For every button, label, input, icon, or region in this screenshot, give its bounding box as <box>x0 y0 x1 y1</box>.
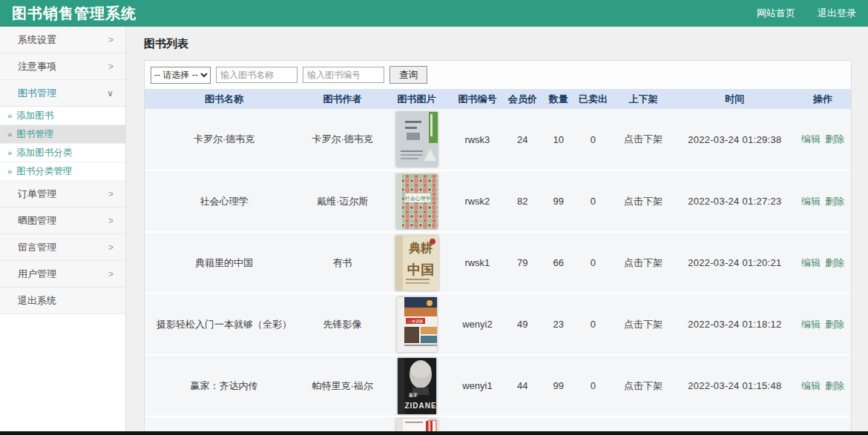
table-row: 典籍里的中国 有书 典耕 中国 <box>145 232 851 293</box>
double-angle-icon: » <box>7 111 12 120</box>
book-code-input[interactable] <box>303 67 384 83</box>
quantity-cell: 10 <box>542 109 575 170</box>
category-select[interactable]: -- 请选择 -- <box>151 67 211 84</box>
chevron-right-icon: > <box>108 216 114 226</box>
chevron-right-icon: > <box>108 269 114 279</box>
menu-label: 订单管理 <box>18 187 56 201</box>
book-cover-image: 一本就够 <box>397 297 437 352</box>
nav-home-link[interactable]: 网站首页 <box>757 7 795 20</box>
menu-label: 退出系统 <box>18 294 56 308</box>
menu-label: 留言管理 <box>18 241 56 254</box>
delete-link[interactable]: 删除 <box>825 319 844 330</box>
table-header-row: 图书名称 图书作者 图书图片 图书编号 会员价 数量 已卖出 上下架 时间 操作 <box>145 89 851 109</box>
edit-link[interactable]: 编辑 <box>801 133 821 145</box>
shelf-toggle-link[interactable]: 点击下架 <box>624 257 662 268</box>
col-book-code: 图书编号 <box>452 89 503 109</box>
quantity-cell: 99 <box>542 355 575 416</box>
col-member-price: 会员价 <box>503 89 542 109</box>
sidebar-item-message-management[interactable]: 留言管理 > <box>0 234 125 261</box>
delete-link[interactable]: 删除 <box>825 380 844 391</box>
sold-cell: 0 <box>575 232 612 293</box>
book-image-cell: 一本就够 <box>381 293 452 355</box>
chevron-right-icon: > <box>108 189 114 199</box>
book-cover-image: 赢家 ZIDANE <box>398 358 436 414</box>
sidebar-item-user-management[interactable]: 用户管理 > <box>0 261 125 288</box>
member-price-cell: 79 <box>503 232 542 293</box>
quantity-cell: 23 <box>542 293 575 355</box>
submenu-label: 图书分类管理 <box>16 165 72 178</box>
sold-cell: 0 <box>575 170 612 232</box>
book-image-cell: 社会心理学 <box>381 170 452 232</box>
menu-label: 系统设置 <box>18 33 56 47</box>
sidebar-item-notes[interactable]: 注意事项 > <box>0 53 125 80</box>
delete-link[interactable]: 删除 <box>825 196 844 207</box>
sold-cell: 0 <box>575 293 612 355</box>
shelf-toggle-link[interactable]: 点击下架 <box>624 133 662 145</box>
svg-text:赢家: 赢家 <box>409 392 418 398</box>
sidebar-item-exit-system[interactable]: 退出系统 <box>0 288 125 314</box>
svg-text:中国: 中国 <box>407 262 434 277</box>
time-cell: 2022-03-24 01:27:23 <box>675 170 795 232</box>
book-cover-image: 社会心理学 <box>396 174 438 229</box>
sold-cell: 0 <box>575 109 612 170</box>
sidebar-subitem-add-book[interactable]: » 添加图书 <box>0 107 125 125</box>
member-price-cell: 24 <box>503 109 542 170</box>
main-content: 图书列表 -- 请选择 -- 查询 图书名称 <box>126 27 868 431</box>
sidebar: 系统设置 > 注意事项 > 图书管理 ∨ » 添加图书 » 图书管理 » 添加图… <box>0 27 126 431</box>
svg-text:典耕: 典耕 <box>409 242 433 254</box>
shelf-toggle-link[interactable]: 点击下架 <box>624 380 662 391</box>
double-angle-icon: » <box>7 167 12 176</box>
sidebar-subitem-category-management[interactable]: » 图书分类管理 <box>0 162 125 181</box>
book-author-cell: 先锋影像 <box>303 293 381 355</box>
chevron-right-icon: > <box>108 35 114 45</box>
time-cell: 2022-03-24 01:20:21 <box>675 232 795 293</box>
table-row <box>145 416 851 431</box>
book-image-cell <box>381 109 452 170</box>
sidebar-subitem-book-list[interactable]: » 图书管理 <box>0 125 125 144</box>
book-author-cell: 帕特里克·福尔 <box>303 355 381 416</box>
search-button[interactable]: 查询 <box>389 66 427 84</box>
double-angle-icon: » <box>7 130 12 139</box>
edit-link[interactable]: 编辑 <box>801 380 821 391</box>
sidebar-item-book-management[interactable]: 图书管理 ∨ <box>0 80 125 107</box>
col-sold: 已卖出 <box>575 89 612 109</box>
book-name-input[interactable] <box>216 67 297 83</box>
shelf-toggle-link[interactable]: 点击下架 <box>624 319 662 330</box>
delete-link[interactable]: 删除 <box>825 133 844 145</box>
sidebar-item-system-settings[interactable]: 系统设置 > <box>0 27 125 53</box>
book-code-cell: rwsk3 <box>452 109 503 170</box>
chevron-right-icon: > <box>108 62 114 72</box>
col-operations: 操作 <box>795 89 851 109</box>
edit-link[interactable]: 编辑 <box>801 257 821 268</box>
search-bar: -- 请选择 -- 查询 <box>145 61 851 89</box>
svg-text:一本就够: 一本就够 <box>408 319 423 323</box>
sidebar-subitem-add-category[interactable]: » 添加图书分类 <box>0 144 125 162</box>
submenu-label: 添加图书分类 <box>16 147 72 159</box>
edit-link[interactable]: 编辑 <box>801 319 821 330</box>
menu-label: 晒图管理 <box>18 214 56 228</box>
menu-label: 用户管理 <box>18 268 56 281</box>
edit-link[interactable]: 编辑 <box>801 196 821 207</box>
double-angle-icon: » <box>7 148 12 157</box>
sidebar-item-order-management[interactable]: 订单管理 > <box>0 181 125 207</box>
book-code-cell: rwsk2 <box>452 170 503 232</box>
shelf-toggle-link[interactable]: 点击下架 <box>624 196 662 207</box>
book-author-cell: 卡罗尔·德韦克 <box>303 109 381 170</box>
book-name-cell: 典籍里的中国 <box>145 232 303 293</box>
delete-link[interactable]: 删除 <box>825 257 844 268</box>
book-author-cell: 戴维·迈尔斯 <box>303 170 381 232</box>
sidebar-item-photo-management[interactable]: 晒图管理 > <box>0 207 125 234</box>
col-shelf-status: 上下架 <box>611 89 675 109</box>
member-price-cell: 49 <box>503 293 542 355</box>
menu-label: 图书管理 <box>18 87 56 100</box>
nav-logout-link[interactable]: 退出登录 <box>818 7 856 20</box>
book-author-cell <box>303 416 381 431</box>
book-cover-image: 典耕 中国 <box>395 236 438 290</box>
col-book-image: 图书图片 <box>381 89 452 109</box>
book-list-panel: -- 请选择 -- 查询 图书名称 图书作者 图书图片 图书编 <box>144 60 852 431</box>
chevron-down-icon: ∨ <box>107 88 114 99</box>
submenu-label: 图书管理 <box>16 128 53 141</box>
menu-label: 注意事项 <box>18 60 56 73</box>
book-name-cell: 卡罗尔·德韦克 <box>145 109 303 170</box>
sold-cell: 0 <box>575 355 612 416</box>
